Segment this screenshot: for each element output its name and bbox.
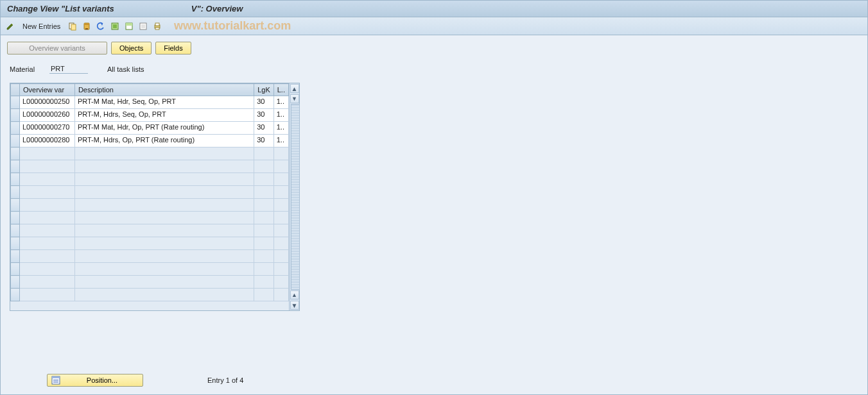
copy-as-icon[interactable] <box>67 21 78 32</box>
row-selector[interactable] <box>11 199 20 212</box>
row-selector[interactable] <box>11 289 20 301</box>
col-row-selector[interactable] <box>11 84 20 96</box>
svg-rect-1 <box>71 24 76 30</box>
select-all-icon[interactable] <box>109 21 121 32</box>
cell <box>274 186 288 198</box>
tab-overview-variants: Overview variants <box>7 42 107 55</box>
tab-objects-label: Objects <box>119 44 143 52</box>
new-entries-button[interactable]: New Entries <box>19 21 64 31</box>
toggle-display-change-icon[interactable] <box>4 21 16 32</box>
row-selector[interactable] <box>11 224 20 237</box>
delete-icon[interactable] <box>81 21 92 32</box>
svg-rect-16 <box>53 380 58 381</box>
cell <box>254 276 273 288</box>
row-selector[interactable] <box>11 237 20 250</box>
table-row <box>11 250 289 263</box>
print-icon[interactable] <box>152 21 163 32</box>
col-overview-var[interactable]: Overview var <box>19 84 74 96</box>
row-selector[interactable] <box>11 212 20 224</box>
vertical-scrollbar[interactable]: ▲ ▼ ▲ ▼ <box>289 83 299 310</box>
deselect-all-icon[interactable] <box>137 21 149 32</box>
scroll-down-icon[interactable]: ▼ <box>290 301 299 310</box>
row-selector[interactable] <box>11 160 20 173</box>
row-selector[interactable] <box>11 173 20 186</box>
cell <box>274 147 288 160</box>
table-row <box>11 186 289 199</box>
cell <box>254 237 273 249</box>
variant-grid[interactable]: Overview var Description LgK L.. L000000… <box>10 83 289 301</box>
position-button[interactable]: Position... <box>47 374 143 387</box>
cell <box>254 212 273 224</box>
cell <box>20 224 74 237</box>
row-selector[interactable] <box>11 96 20 109</box>
cell[interactable]: 1.. <box>274 96 288 108</box>
table-row <box>11 147 289 160</box>
cell <box>254 263 273 275</box>
cell[interactable]: 30 <box>254 122 273 134</box>
cell[interactable]: 1.. <box>274 135 288 147</box>
row-selector[interactable] <box>11 186 20 199</box>
table-row <box>11 289 289 301</box>
footer-row: Position... Entry 1 of 4 <box>47 374 243 387</box>
row-selector[interactable] <box>11 135 20 147</box>
row-selector[interactable] <box>11 250 20 263</box>
cell[interactable]: PRT-M Mat, Hdr, Op, PRT (Rate routing) <box>75 122 254 134</box>
row-selector[interactable] <box>11 109 20 122</box>
row-selector[interactable] <box>11 122 20 135</box>
cell[interactable]: PRT-M, Hdrs, Seq, Op, PRT <box>75 109 254 121</box>
svg-rect-13 <box>155 28 159 29</box>
cell <box>20 289 74 301</box>
tab-objects[interactable]: Objects <box>111 42 152 55</box>
cell[interactable]: L00000000260 <box>20 109 74 121</box>
context-value: PRT <box>49 65 88 74</box>
cell <box>20 147 74 160</box>
cell <box>20 186 74 198</box>
application-toolbar: New Entries www.tutorialkart.com <box>1 17 867 35</box>
cell <box>274 199 288 211</box>
cell <box>274 160 288 172</box>
cell <box>274 276 288 288</box>
cell[interactable]: 30 <box>254 109 273 121</box>
context-info-row: Material PRT All task lists <box>1 57 867 78</box>
cell[interactable]: 30 <box>254 96 273 108</box>
cell <box>20 263 74 275</box>
undo-change-icon[interactable] <box>95 21 107 32</box>
col-l[interactable]: L.. <box>273 84 288 96</box>
cell <box>254 289 273 301</box>
scroll-thumb[interactable] <box>291 104 300 290</box>
tab-fields-label: Fields <box>164 44 182 52</box>
row-selector[interactable] <box>11 276 20 289</box>
cell <box>75 250 254 262</box>
row-selector[interactable] <box>11 263 20 276</box>
cell <box>75 186 254 198</box>
col-lgk[interactable]: LgK <box>254 84 274 96</box>
scroll-line-up-icon[interactable]: ▼ <box>290 94 299 103</box>
title-part2: V": Overview <box>191 4 243 13</box>
cell <box>75 276 254 288</box>
svg-rect-3 <box>84 23 89 25</box>
cell[interactable]: L00000000270 <box>20 122 74 134</box>
table-row[interactable]: L00000000260PRT-M, Hdrs, Seq, Op, PRT301… <box>11 109 289 122</box>
cell <box>254 173 273 185</box>
col-description[interactable]: Description <box>74 84 254 96</box>
select-block-icon[interactable] <box>123 21 135 32</box>
scroll-up-icon[interactable]: ▲ <box>290 84 299 93</box>
cell <box>75 147 254 160</box>
table-row[interactable]: L00000000280PRT-M, Hdrs, Op, PRT (Rate r… <box>11 135 289 147</box>
scroll-track[interactable] <box>290 104 299 290</box>
cell[interactable]: PRT-M Mat, Hdr, Seq, Op, PRT <box>75 96 254 108</box>
cell[interactable]: L00000000250 <box>20 96 74 108</box>
row-selector[interactable] <box>11 147 20 160</box>
cell[interactable]: PRT-M, Hdrs, Op, PRT (Rate routing) <box>75 135 254 147</box>
table-row[interactable]: L00000000250PRT-M Mat, Hdr, Seq, Op, PRT… <box>11 96 289 109</box>
table-row <box>11 173 289 186</box>
cell[interactable]: 30 <box>254 135 273 147</box>
table-row[interactable]: L00000000270PRT-M Mat, Hdr, Op, PRT (Rat… <box>11 122 289 135</box>
context-label: Material <box>10 65 49 73</box>
cell[interactable]: L00000000280 <box>20 135 74 147</box>
cell[interactable]: 1.. <box>274 109 288 121</box>
tab-fields[interactable]: Fields <box>155 42 191 55</box>
cell[interactable]: 1.. <box>274 122 288 134</box>
cell <box>274 250 288 262</box>
scroll-line-down-icon[interactable]: ▲ <box>290 290 299 299</box>
